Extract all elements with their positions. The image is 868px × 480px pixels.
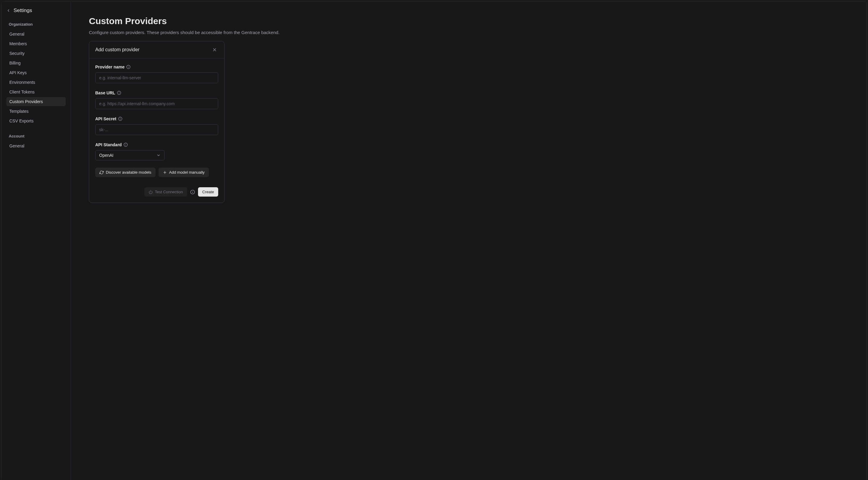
sidebar-item-environments[interactable]: Environments <box>6 78 66 87</box>
base-url-input[interactable] <box>95 98 218 109</box>
info-icon[interactable] <box>124 143 128 147</box>
create-button[interactable]: Create <box>198 187 218 197</box>
chevron-left-icon <box>6 8 10 13</box>
sidebar-item-security[interactable]: Security <box>6 49 66 58</box>
api-secret-label: API Secret <box>95 116 218 121</box>
modal-footer: Test Connection Create <box>89 183 224 203</box>
plug-icon <box>149 190 153 194</box>
info-icon[interactable] <box>190 190 195 194</box>
sidebar-section-account: Account <box>6 134 66 139</box>
modal-header: Add custom provider <box>89 41 224 59</box>
api-standard-label: API Standard <box>95 142 218 147</box>
chevron-down-icon <box>156 153 161 157</box>
add-model-manually-button[interactable]: Add model manually <box>158 168 209 177</box>
plus-icon <box>163 170 167 175</box>
modal-title: Add custom provider <box>95 47 140 53</box>
provider-name-label: Provider name <box>95 64 218 69</box>
page-title: Custom Providers <box>89 16 848 26</box>
info-icon[interactable] <box>118 117 122 121</box>
api-standard-select[interactable]: OpenAI <box>95 150 164 160</box>
sidebar-nav-organization: General Members Security Billing API Key… <box>6 30 66 125</box>
refresh-icon <box>99 170 104 175</box>
sidebar-item-members[interactable]: Members <box>6 39 66 48</box>
sidebar-title: Settings <box>13 7 32 13</box>
close-button[interactable] <box>211 46 218 53</box>
modal-body: Provider name Base URL API Secret <box>89 59 224 183</box>
sidebar-item-csv-exports[interactable]: CSV Exports <box>6 116 66 125</box>
test-connection-button[interactable]: Test Connection <box>144 187 187 197</box>
sidebar-item-client-tokens[interactable]: Client Tokens <box>6 87 66 96</box>
add-provider-modal: Add custom provider Provider name Base U… <box>89 41 224 203</box>
form-group-provider-name: Provider name <box>95 64 218 83</box>
sidebar-item-templates[interactable]: Templates <box>6 107 66 116</box>
form-group-api-standard: API Standard OpenAI <box>95 142 218 160</box>
sidebar-item-custom-providers[interactable]: Custom Providers <box>6 97 66 106</box>
info-icon[interactable] <box>126 65 130 69</box>
sidebar-item-billing[interactable]: Billing <box>6 59 66 67</box>
sidebar-item-api-keys[interactable]: API Keys <box>6 68 66 77</box>
sidebar-section-organization: Organization <box>6 22 66 27</box>
sidebar-item-general[interactable]: General <box>6 30 66 38</box>
model-button-row: Discover available models Add model manu… <box>95 168 218 177</box>
info-icon[interactable] <box>117 91 121 95</box>
discover-models-button[interactable]: Discover available models <box>95 168 156 177</box>
sidebar-header[interactable]: Settings <box>6 7 66 13</box>
main-content: Custom Providers Configure custom provid… <box>71 1 867 480</box>
api-secret-input[interactable] <box>95 124 218 135</box>
close-icon <box>212 47 217 52</box>
settings-sidebar: Settings Organization General Members Se… <box>1 1 71 480</box>
base-url-label: Base URL <box>95 90 218 95</box>
sidebar-nav-account: General <box>6 142 66 150</box>
page-description: Configure custom providers. These provid… <box>89 30 848 35</box>
form-group-api-secret: API Secret <box>95 116 218 135</box>
provider-name-input[interactable] <box>95 72 218 83</box>
sidebar-item-account-general[interactable]: General <box>6 142 66 150</box>
form-group-base-url: Base URL <box>95 90 218 109</box>
